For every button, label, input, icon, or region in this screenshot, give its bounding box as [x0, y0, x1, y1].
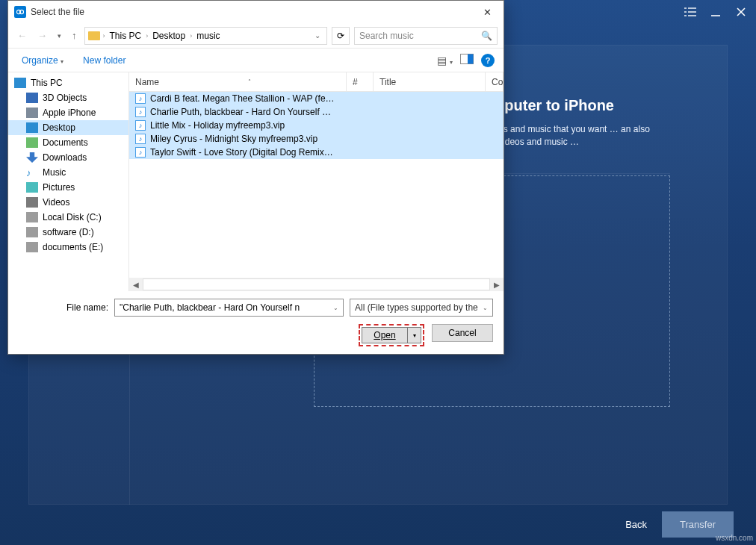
nav-up-icon[interactable]: ↑ — [69, 28, 80, 43]
filename-label: File name: — [19, 302, 108, 313]
sidebar-item-software-d[interactable]: software (D:) — [8, 225, 128, 240]
preview-pane-icon[interactable] — [460, 54, 474, 66]
sidebar-item-apple-iphone[interactable]: Apple iPhone — [8, 105, 128, 120]
open-button-highlight: Open ▾ — [359, 324, 424, 346]
audio-file-icon: ♪ — [135, 107, 146, 117]
dialog-titlebar: Select the file ✕ — [8, 1, 504, 23]
folder-tree: This PC 3D Objects Apple iPhone Desktop … — [8, 72, 129, 291]
search-input[interactable]: Search music 🔍 — [354, 27, 498, 45]
column-name[interactable]: Name˄ — [129, 72, 347, 91]
list-header: Name˄ # Title Co — [129, 72, 504, 92]
audio-file-icon: ♪ — [135, 93, 146, 104]
sidebar-item-music[interactable]: ♪Music — [8, 165, 128, 180]
help-icon[interactable]: ? — [481, 54, 495, 67]
crumb-this-pc[interactable]: This PC — [108, 31, 143, 41]
file-rows: ♪Cardi B feat. Megan Thee Stallion - WAP… — [129, 92, 504, 275]
crumb-desktop[interactable]: Desktop — [151, 31, 187, 41]
horizontal-scrollbar[interactable]: ◀ ▶ — [129, 278, 504, 291]
sort-indicator-icon: ˄ — [248, 78, 251, 85]
list-view-icon[interactable] — [683, 4, 698, 19]
list-item[interactable]: ♪Cardi B feat. Megan Thee Stallion - WAP… — [129, 92, 504, 105]
chevron-down-icon[interactable]: ⌄ — [333, 305, 338, 311]
minimize-button[interactable] — [708, 4, 723, 19]
file-type-filter[interactable]: All (File types supported by the ⌄ — [350, 299, 493, 317]
sidebar-item-documents-e[interactable]: documents (E:) — [8, 240, 128, 255]
list-item[interactable]: ♪Charlie Puth, blackbear - Hard On Yours… — [129, 105, 504, 119]
breadcrumb[interactable]: › This PC › Desktop › music ⌄ — [84, 27, 328, 45]
new-folder-button[interactable]: New folder — [78, 52, 130, 69]
page-heading: mputer to iPhone — [492, 97, 614, 114]
nav-back-icon[interactable]: ← — [14, 28, 30, 43]
app-icon — [14, 6, 26, 18]
search-icon: 🔍 — [481, 31, 492, 41]
sidebar-item-this-pc[interactable]: This PC — [8, 75, 128, 90]
folder-icon — [88, 31, 100, 40]
list-item[interactable]: ♪Miley Cyrus - Midnight Sky myfreemp3.vi… — [129, 132, 504, 146]
chevron-down-icon[interactable]: ⌄ — [483, 305, 488, 311]
sidebar-item-3d-objects[interactable]: 3D Objects — [8, 90, 128, 105]
dialog-title: Select the file — [31, 7, 84, 17]
open-button[interactable]: Open ▾ — [362, 327, 421, 343]
file-list-pane: Name˄ # Title Co ♪Cardi B feat. Megan Th… — [129, 72, 504, 291]
crumb-music[interactable]: music — [195, 31, 221, 41]
command-toolbar: Organize ▾ New folder ▤ ▾ ? — [8, 49, 504, 72]
audio-file-icon: ♪ — [135, 120, 146, 131]
list-item[interactable]: ♪Taylor Swift - Love Story (Digital Dog … — [129, 146, 504, 159]
chevron-right-icon: › — [103, 32, 105, 40]
sidebar-item-documents[interactable]: Documents — [8, 135, 128, 150]
dialog-close-button[interactable]: ✕ — [477, 4, 498, 19]
organize-menu[interactable]: Organize ▾ — [17, 52, 68, 69]
scroll-left-icon[interactable]: ◀ — [129, 281, 143, 289]
open-dropdown-icon[interactable]: ▾ — [408, 327, 421, 343]
audio-file-icon: ♪ — [135, 147, 146, 158]
refresh-button[interactable]: ⟳ — [332, 27, 350, 45]
sidebar-item-pictures[interactable]: Pictures — [8, 180, 128, 195]
dialog-footer: File name: "Charlie Puth, blackbear - Ha… — [8, 291, 504, 354]
chevron-right-icon: › — [146, 32, 148, 40]
cancel-button[interactable]: Cancel — [432, 324, 493, 342]
sidebar-item-downloads[interactable]: Downloads — [8, 150, 128, 165]
column-hash[interactable]: # — [347, 72, 374, 91]
list-item[interactable]: ♪Little Mix - Holiday myfreemp3.vip — [129, 119, 504, 132]
audio-file-icon: ♪ — [135, 134, 146, 144]
file-picker-dialog: Select the file ✕ ← → ▾ ↑ › This PC › De… — [7, 0, 504, 355]
sidebar-item-videos[interactable]: Videos — [8, 195, 128, 210]
nav-recent-icon[interactable]: ▾ — [55, 31, 64, 41]
back-button[interactable]: Back — [625, 519, 647, 530]
nav-toolbar: ← → ▾ ↑ › This PC › Desktop › music ⌄ ⟳ … — [8, 23, 504, 49]
scrollbar-track[interactable] — [143, 278, 490, 290]
scroll-right-icon[interactable]: ▶ — [490, 281, 504, 289]
view-options-icon[interactable]: ▤ ▾ — [437, 54, 453, 66]
filename-input[interactable]: "Charlie Puth, blackbear - Hard On Yours… — [114, 299, 344, 317]
sidebar-item-local-disk-c[interactable]: Local Disk (C:) — [8, 210, 128, 225]
search-placeholder: Search music — [359, 31, 414, 41]
watermark: wsxdn.com — [716, 534, 753, 542]
chevron-right-icon: › — [190, 32, 192, 40]
column-title[interactable]: Title — [374, 72, 486, 91]
chevron-down-icon[interactable]: ⌄ — [312, 31, 323, 40]
nav-forward-icon[interactable]: → — [34, 28, 50, 43]
column-co[interactable]: Co — [486, 72, 504, 91]
svg-rect-12 — [468, 54, 474, 64]
sidebar-item-desktop[interactable]: Desktop — [8, 120, 128, 135]
close-button[interactable] — [734, 4, 749, 19]
